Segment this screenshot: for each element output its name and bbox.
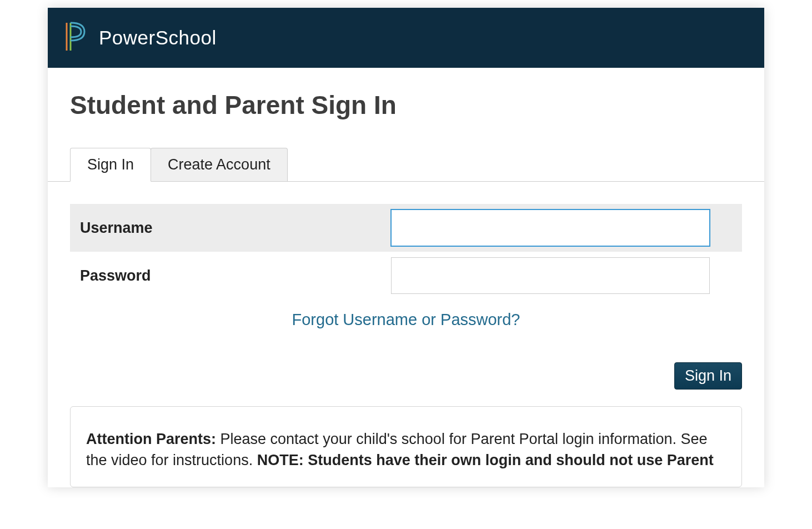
notice-note-label: NOTE: Students have their own login and … [257, 452, 714, 468]
powerschool-logo-icon [64, 21, 88, 55]
username-input-wrap [391, 209, 732, 246]
password-row: Password [70, 252, 742, 300]
tab-signin[interactable]: Sign In [70, 148, 151, 182]
notice-attention-label: Attention Parents: [86, 431, 216, 447]
header-bar: PowerSchool [48, 8, 764, 68]
signin-button[interactable]: Sign In [674, 362, 742, 390]
password-input-wrap [391, 257, 732, 294]
username-label: Username [80, 219, 391, 237]
forgot-link-row: Forgot Username or Password? [70, 300, 742, 335]
page-container: PowerSchool Student and Parent Sign In S… [48, 8, 764, 487]
brand-name: PowerSchool [99, 27, 217, 49]
logo-wrap: PowerSchool [64, 21, 217, 55]
notice-box: Attention Parents: Please contact your c… [70, 406, 742, 487]
signin-form: Username Password Forgot Username or Pas… [70, 182, 742, 487]
username-row: Username [70, 204, 742, 252]
forgot-link[interactable]: Forgot Username or Password? [292, 311, 520, 328]
tabs: Sign In Create Account [48, 148, 764, 182]
page-title: Student and Parent Sign In [70, 90, 742, 120]
content-area: Student and Parent Sign In Sign In Creat… [48, 68, 764, 487]
password-label: Password [80, 267, 391, 285]
password-input[interactable] [391, 257, 710, 294]
button-row: Sign In [70, 335, 742, 406]
tab-create-account[interactable]: Create Account [151, 148, 288, 181]
username-input[interactable] [391, 209, 710, 246]
